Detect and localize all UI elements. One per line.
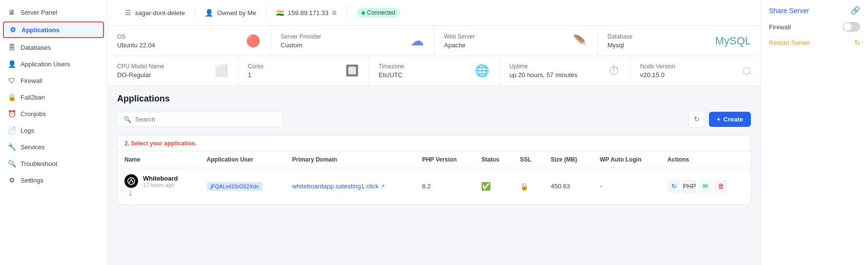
- os-icon: 🔴: [246, 34, 261, 48]
- status-cell: ✅: [474, 168, 513, 204]
- user-badge[interactable]: jFQALml15rG52Xdn: [207, 182, 263, 191]
- node-version-value: v20.15.0: [640, 71, 675, 79]
- sidebar: 🖥 Server Panel ⚙ Applications 🗄 Database…: [0, 0, 107, 265]
- action-icons: ↻ PHP ✉ 🗑: [667, 180, 744, 193]
- create-button[interactable]: + Create: [709, 112, 751, 127]
- domain-cell: whiteboardapp.satesting1.click ↗: [285, 168, 415, 204]
- table-header: Name Application User Primary Domain PHP…: [118, 151, 750, 168]
- web-server-label: Web Server: [444, 33, 475, 40]
- search-input[interactable]: [135, 116, 277, 123]
- create-label: Create: [724, 116, 743, 123]
- flag-icon: 🇮🇳: [276, 9, 284, 17]
- external-link-icon: ↗: [381, 183, 384, 189]
- sidebar-item-fail2ban[interactable]: 🔒 Fail2ban: [0, 89, 107, 105]
- copy-icon[interactable]: ⧉: [332, 9, 337, 16]
- arrow-down-icon: ↓: [128, 188, 133, 198]
- services-icon: 🔧: [8, 143, 16, 151]
- firewall-label: Firewall: [769, 23, 791, 31]
- table-body: Whiteboard 17 hours ago ↓ jFQALml15rG52X…: [118, 168, 750, 204]
- timezone-icon: 🌐: [475, 64, 489, 78]
- status-text: Connected: [367, 9, 395, 16]
- search-wrap: 🔍: [117, 112, 283, 127]
- settings-icon: ⚙: [8, 176, 16, 184]
- sidebar-item-server-panel[interactable]: 🖥 Server Panel: [0, 4, 107, 20]
- cpu-card: CPU Model Name DO-Regular ⬜: [107, 56, 238, 85]
- annotation-2: 2. Select your application.: [124, 140, 197, 147]
- ip-section: 🇮🇳 159.89.171.33 ⧉: [266, 6, 347, 20]
- server-icon: ☰: [125, 9, 131, 17]
- sidebar-item-label: Application Users: [20, 61, 70, 68]
- uptime-label: Uptime: [509, 63, 577, 70]
- col-php-version: PHP Version: [415, 151, 475, 168]
- refresh-button[interactable]: ↻: [688, 111, 705, 127]
- application-users-icon: 👤: [8, 60, 16, 68]
- sidebar-item-troubleshoot[interactable]: 🔍 Troubleshoot: [0, 155, 107, 172]
- database-icon: MySQL: [715, 35, 751, 47]
- share-server-row: Share Server 🔗: [769, 6, 860, 15]
- plus-icon: +: [717, 116, 721, 123]
- domain-link[interactable]: whiteboardapp.satesting1.click ↗: [292, 183, 408, 190]
- restart-server-link[interactable]: Restart Server: [769, 39, 810, 46]
- info-cards-container: OS Ubuntu 22.04 🔴 Server Provider Custom…: [107, 26, 761, 86]
- col-status: Status: [474, 151, 513, 168]
- timezone-card: Timezone Etc/UTC 🌐: [369, 56, 499, 85]
- owner-label: Owned by Me: [217, 9, 256, 17]
- sidebar-item-services[interactable]: 🔧 Services: [0, 139, 107, 155]
- app-name: Whiteboard: [143, 175, 178, 182]
- firewall-toggle[interactable]: [843, 22, 860, 32]
- email-button[interactable]: ✉: [699, 180, 711, 193]
- os-label: OS: [117, 33, 155, 40]
- col-ssl: SSL: [513, 151, 544, 168]
- connection-status: Connected: [357, 8, 400, 18]
- share-icon[interactable]: 🔗: [850, 6, 860, 15]
- owner-icon: 👤: [205, 9, 213, 17]
- refresh-app-button[interactable]: ↻: [667, 180, 680, 193]
- delete-button[interactable]: 🗑: [714, 180, 727, 193]
- sidebar-item-cronjobs[interactable]: ⏰ Cronjobs: [0, 105, 107, 122]
- timezone-label: Timezone: [379, 63, 404, 70]
- web-server-card: Web Server Apache 🪶: [434, 26, 597, 56]
- right-panel: Share Server 🔗 Firewall Restart Server ↻: [761, 0, 868, 265]
- app-avatar: [124, 174, 138, 188]
- server-provider-label: Server Provider: [281, 33, 321, 40]
- server-provider-icon: ☁: [410, 33, 424, 49]
- status-dot: [362, 11, 365, 15]
- cpu-label: CPU Model Name: [117, 63, 164, 70]
- database-card: Database Mysql MySQL: [598, 26, 761, 56]
- ip-address: 159.89.171.33: [288, 9, 328, 17]
- os-card: OS Ubuntu 22.04 🔴: [107, 26, 270, 56]
- server-provider-card: Server Provider Custom ☁: [271, 26, 434, 56]
- web-server-value: Apache: [444, 41, 475, 49]
- sidebar-item-settings[interactable]: ⚙ Settings: [0, 172, 107, 188]
- node-version-label: Node Version: [640, 63, 675, 70]
- content-area: Applications 🔍 ↻ + Create 2. Select your…: [107, 86, 761, 265]
- sidebar-item-label: Cronjobs: [20, 110, 46, 118]
- cpu-icon: ⬜: [215, 64, 228, 77]
- sidebar-item-label: Troubleshoot: [20, 160, 57, 167]
- share-server-link[interactable]: Share Server: [769, 7, 809, 15]
- cores-icon: 🔲: [345, 64, 359, 77]
- node-version-card: Node Version v20.15.0 ⬡: [630, 56, 761, 85]
- main-content: ☰ sagar-dont-delete 👤 Owned by Me 🇮🇳 159…: [107, 0, 761, 265]
- search-icon: 🔍: [123, 116, 131, 123]
- sidebar-item-databases[interactable]: 🗄 Databases: [0, 39, 107, 56]
- sidebar-item-logs[interactable]: 📄 Logs: [0, 122, 107, 139]
- node-version-icon: ⬡: [743, 65, 751, 77]
- col-primary-domain: Primary Domain: [285, 151, 415, 168]
- app-name-cell: Whiteboard 17 hours ago ↓: [118, 168, 200, 204]
- server-provider-value: Custom: [281, 41, 321, 49]
- sidebar-item-label: Server Panel: [20, 9, 57, 16]
- web-server-icon: 🪶: [573, 34, 587, 48]
- sidebar-item-applications[interactable]: ⚙ Applications: [3, 21, 104, 38]
- sidebar-item-application-users[interactable]: 👤 Application Users: [0, 56, 107, 72]
- php-settings-button[interactable]: PHP: [683, 180, 696, 193]
- toggle-knob: [844, 23, 851, 31]
- applications-table: Name Application User Primary Domain PHP…: [118, 151, 750, 204]
- sidebar-item-firewall[interactable]: 🛡 Firewall: [0, 72, 107, 89]
- col-size: Size (MB): [544, 151, 593, 168]
- applications-title: Applications: [117, 94, 751, 104]
- col-app-user: Application User: [200, 151, 285, 168]
- restart-icon: ↻: [854, 39, 860, 46]
- database-value: Mysql: [607, 41, 632, 49]
- domain-text: whiteboardapp.satesting1.click: [292, 183, 379, 190]
